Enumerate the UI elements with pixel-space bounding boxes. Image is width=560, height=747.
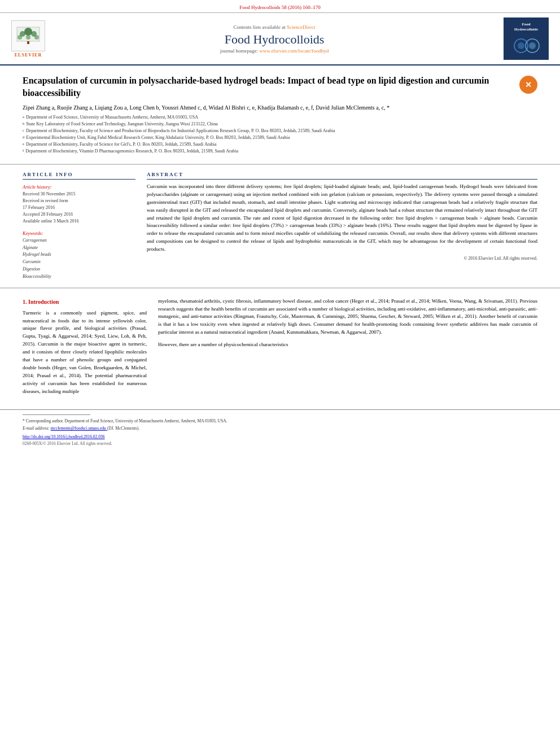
affil-a: a Department of Food Science, University… <box>23 114 537 121</box>
svg-point-11 <box>529 42 536 49</box>
copyright-notice: © 2016 Elsevier Ltd. All rights reserved… <box>147 256 537 261</box>
sciencedirect-text: Contents lists available at <box>234 24 286 30</box>
homepage-line: journal homepage: www.elsevier.com/locat… <box>56 48 492 54</box>
keyword-6: Bioaccessibility <box>23 273 135 281</box>
svg-rect-7 <box>27 41 29 44</box>
journal-logo-title: FoodHydrocolloids <box>514 22 538 32</box>
corresponding-author-note: * Corresponding author. Department of Fo… <box>23 418 537 424</box>
paper-section: ✕ Encapsulation of curcumin in polysacch… <box>0 65 560 164</box>
journal-logo-box: FoodHydrocolloids <box>504 18 549 60</box>
keywords-label: Keywords: <box>23 230 135 236</box>
affil-c: c Department of Biochemistry, Faculty of… <box>23 128 537 134</box>
journal-title-main: Food Hydrocolloids <box>56 32 492 47</box>
keyword-3: Hydrogel beads <box>23 251 135 259</box>
abstract-section: ABSTRACT Curcumin was incorporated into … <box>147 172 537 281</box>
sciencedirect-link[interactable]: ScienceDirect <box>287 24 315 30</box>
email-line: E-mail address: mcclements@foodsci.umass… <box>23 425 537 431</box>
journal-header: Food Hydrocolloids 58 (2016) 160–170 <box>0 0 560 13</box>
header-banner: ELSEVIER Contents lists available at Sci… <box>0 13 560 65</box>
article-info-title: ARTICLE INFO <box>23 172 135 180</box>
journal-citation: Food Hydrocolloids 58 (2016) 160–170 <box>239 5 321 10</box>
elsevier-logo: ELSEVIER <box>11 20 45 58</box>
svg-point-10 <box>518 42 524 49</box>
email-label: E-mail address: <box>23 426 50 431</box>
received-revised-label: Received in revised form <box>23 198 135 204</box>
main-col-right: myeloma, rheumatoid arthritis, cystic fi… <box>158 298 537 400</box>
intro-paragraph-1: Turmeric is a commonly used pigment, spi… <box>23 309 147 396</box>
keyword-4: Curcumin <box>23 259 135 266</box>
received-revised-date: 17 February 2016 <box>23 204 135 211</box>
paper-title: Encapsulation of curcumin in polysacchar… <box>23 75 537 100</box>
article-history: Article history: Received 30 November 20… <box>23 184 135 225</box>
affil-e: e Department of Biochemistry, Faculty of… <box>23 141 537 148</box>
homepage-link[interactable]: www.elsevier.com/locate/foodhyd <box>259 48 329 54</box>
authors-line: Zipei Zhang a, Ruojie Zhang a, Liqiang Z… <box>23 104 537 111</box>
keyword-5: Digestion <box>23 266 135 273</box>
elsevier-label: ELSEVIER <box>15 53 42 58</box>
issn-line: 0268-005X/© 2016 Elsevier Ltd. All right… <box>23 440 537 447</box>
available-date: Available online 3 March 2016 <box>23 218 135 225</box>
keyword-1: Carrageenan <box>23 237 135 244</box>
sciencedirect-line: Contents lists available at ScienceDirec… <box>56 24 492 30</box>
tree-graphic <box>14 26 42 46</box>
footnote-area: * Corresponding author. Department of Fo… <box>0 409 560 451</box>
intro-heading: 1. Introduction <box>23 298 147 306</box>
intro-paragraph-2: myeloma, rheumatoid arthritis, cystic fi… <box>158 298 537 337</box>
received-date: Received 30 November 2015 <box>23 191 135 198</box>
header-center: Contents lists available at ScienceDirec… <box>45 24 504 54</box>
svg-point-4 <box>18 35 22 40</box>
crossmark: ✕ <box>519 76 537 94</box>
doi-line: http://dx.doi.org/10.1016/j.foodhyd.2016… <box>23 434 537 440</box>
affil-f: f Department of Biochemistry, Vitamin D … <box>23 148 537 155</box>
article-info: ARTICLE INFO Article history: Received 3… <box>23 172 135 281</box>
svg-point-6 <box>34 35 39 40</box>
crossmark-icon: ✕ <box>519 76 537 94</box>
main-col-left: 1. Introduction Turmeric is a commonly u… <box>23 298 147 400</box>
intro-paragraph-3: However, there are a number of physicoch… <box>158 341 537 349</box>
accepted-date: Accepted 28 February 2016 <box>23 211 135 218</box>
logo-circles <box>511 34 542 55</box>
doi-link[interactable]: http://dx.doi.org/10.1016/j.foodhyd.2016… <box>23 434 105 439</box>
affil-d: d Experimental Biochemistry Unit, King F… <box>23 134 537 141</box>
keyword-2: Alginate <box>23 244 135 252</box>
affil-b: b State Key Laboratory of Food Science a… <box>23 121 537 128</box>
email-link[interactable]: mcclements@foodsci.umass.edu <box>51 426 107 431</box>
main-content: 1. Introduction Turmeric is a commonly u… <box>0 289 560 409</box>
elsevier-image <box>11 20 45 51</box>
keywords-section: Keywords: Carrageenan Alginate Hydrogel … <box>23 230 135 281</box>
article-abstract-section: ARTICLE INFO Article history: Received 3… <box>0 165 560 288</box>
keywords-list: Carrageenan Alginate Hydrogel beads Curc… <box>23 237 135 281</box>
abstract-title: ABSTRACT <box>147 172 537 180</box>
svg-point-1 <box>24 28 32 36</box>
history-label: Article history: <box>23 184 135 190</box>
svg-point-5 <box>26 35 30 40</box>
abstract-text: Curcumin was incorporated into three dif… <box>147 183 537 254</box>
affiliations: a Department of Food Science, University… <box>23 114 537 155</box>
email-name: (DJ. McClements). <box>107 426 139 431</box>
